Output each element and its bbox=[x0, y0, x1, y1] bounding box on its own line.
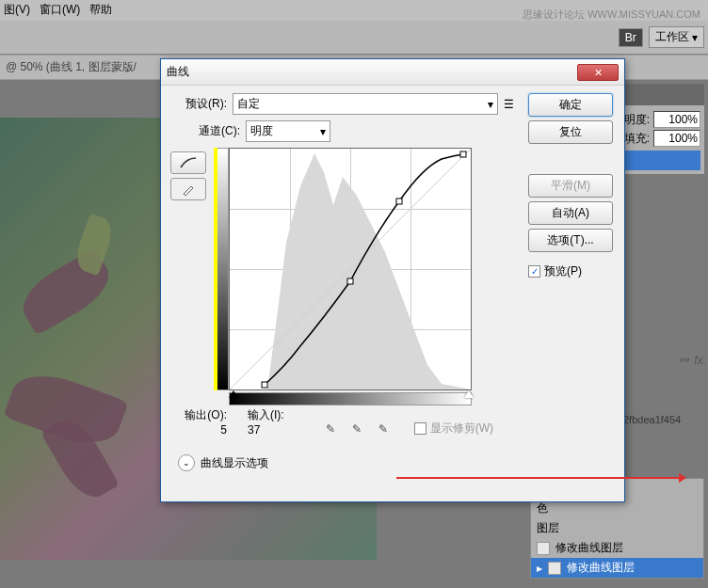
svg-rect-2 bbox=[347, 278, 353, 284]
fill-label: 填充: bbox=[624, 131, 650, 147]
preview-label: 预览(P) bbox=[544, 263, 582, 279]
channel-label: 通道(C): bbox=[193, 123, 240, 139]
svg-rect-4 bbox=[460, 151, 466, 157]
eyedropper-white-icon[interactable]: ✎ bbox=[375, 421, 392, 437]
svg-line-0 bbox=[230, 149, 471, 389]
pencil-tool-button[interactable] bbox=[170, 178, 206, 200]
auto-button[interactable]: 自动(A) bbox=[528, 201, 613, 225]
curves-dialog: 曲线 ✕ 预设(R): 自定▾ ☰ 通道(C): 明度▾ bbox=[160, 58, 625, 502]
chevron-down-icon: ▾ bbox=[488, 98, 493, 111]
chevron-down-icon: ▾ bbox=[320, 125, 326, 138]
play-icon: ▸ bbox=[537, 562, 542, 575]
input-value: 37 bbox=[248, 423, 284, 437]
bridge-button[interactable]: Br bbox=[619, 28, 643, 47]
menu-view[interactable]: 图(V) bbox=[4, 2, 30, 19]
show-clipping-label: 显示修剪(W) bbox=[430, 421, 493, 437]
output-axis-highlight bbox=[214, 148, 217, 390]
pencil-icon bbox=[182, 183, 195, 196]
black-point-slider[interactable] bbox=[229, 390, 238, 398]
expand-options-button[interactable]: ⌄ bbox=[178, 454, 195, 471]
curve-grid[interactable] bbox=[229, 148, 472, 390]
fill-input[interactable]: 100% bbox=[653, 130, 700, 147]
reset-button[interactable]: 复位 bbox=[528, 120, 613, 144]
link-icon[interactable]: ⚯ bbox=[679, 354, 688, 367]
eyedropper-black-icon[interactable]: ✎ bbox=[322, 421, 339, 437]
opacity-input[interactable]: 100% bbox=[653, 111, 700, 128]
history-icon bbox=[537, 542, 550, 555]
annotation-arrow bbox=[396, 477, 679, 479]
channel-select[interactable]: 明度▾ bbox=[246, 120, 330, 142]
preset-select[interactable]: 自定▾ bbox=[233, 93, 498, 115]
output-gradient bbox=[216, 148, 229, 390]
output-value: 5 bbox=[170, 423, 227, 437]
watermark: 思缘设计论坛 WWW.MISSYUAN.COM bbox=[523, 8, 700, 22]
dialog-title: 曲线 bbox=[167, 64, 189, 80]
preset-label: 预设(R): bbox=[170, 96, 227, 112]
svg-rect-3 bbox=[396, 199, 402, 204]
menu-window[interactable]: 窗口(W) bbox=[40, 2, 80, 19]
input-label: 输入(I): bbox=[248, 407, 284, 423]
curve-line bbox=[230, 149, 471, 389]
menu-help[interactable]: 帮助 bbox=[89, 2, 112, 19]
ok-button[interactable]: 确定 bbox=[528, 93, 613, 117]
input-gradient bbox=[229, 392, 472, 405]
history-item[interactable]: 图层 bbox=[531, 518, 703, 538]
history-item-selected[interactable]: ▸ 修改曲线图层 bbox=[531, 558, 703, 578]
curve-icon bbox=[179, 156, 198, 169]
history-icon bbox=[548, 562, 561, 575]
preset-menu-icon[interactable]: ☰ bbox=[504, 98, 519, 111]
display-options-label: 曲线显示选项 bbox=[201, 455, 268, 471]
output-label: 输出(O): bbox=[170, 407, 227, 423]
history-item[interactable]: 修改曲线图层 bbox=[531, 538, 703, 558]
options-bar: Br 工作区 ▾ bbox=[0, 21, 708, 55]
smooth-button[interactable]: 平滑(M) bbox=[528, 174, 613, 198]
workspace-dropdown[interactable]: 工作区 ▾ bbox=[649, 26, 704, 48]
options-button[interactable]: 选项(T)... bbox=[528, 229, 613, 252]
dialog-titlebar[interactable]: 曲线 ✕ bbox=[161, 59, 624, 86]
white-point-slider[interactable] bbox=[464, 390, 474, 398]
close-button[interactable]: ✕ bbox=[577, 64, 619, 81]
eyedropper-gray-icon[interactable]: ✎ bbox=[348, 421, 365, 437]
preview-checkbox[interactable]: ✓ bbox=[528, 265, 540, 278]
curve-tool-button[interactable] bbox=[170, 151, 206, 174]
chevron-down-icon: ▾ bbox=[692, 31, 698, 44]
show-clipping-checkbox[interactable] bbox=[414, 422, 426, 435]
svg-rect-1 bbox=[262, 382, 267, 388]
fx-icon[interactable]: fx. bbox=[694, 354, 706, 367]
